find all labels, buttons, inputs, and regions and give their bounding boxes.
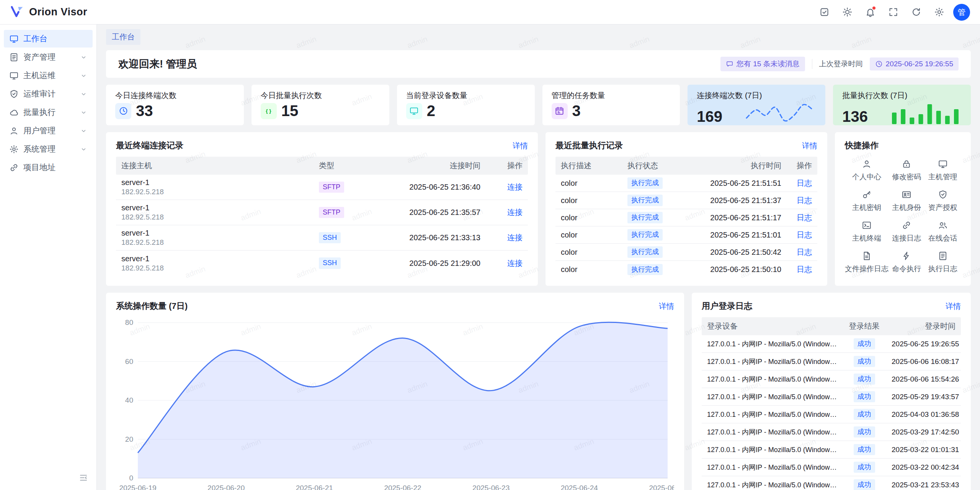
sidebar-item-workbench[interactable]: 工作台 [4,30,93,48]
message-icon [726,60,733,68]
unread-messages-text: 您有 15 条未读消息 [737,59,800,69]
refresh-icon[interactable] [907,3,925,21]
sidebar-item-ops-audit[interactable]: 运维审计 [4,85,93,103]
stat-value: 169 [697,108,722,125]
stat-card-0: 今日连接终端次数33 [106,85,244,125]
result-tag: 成功 [854,462,875,473]
host-ip: 182.92.5.218 [121,213,308,222]
quick-op-label: 执行日志 [928,264,957,274]
status-tag: 执行完成 [627,195,663,206]
fullscreen-icon[interactable] [884,3,902,21]
stats-row: 今日连接终端次数33今日批量执行次数{ }15当前登录设备数量2管理的任务数量3… [106,85,971,125]
stat-card-1: 今日批量执行次数{ }15 [252,85,389,125]
login-time: 2025-03-21 23:53:43 [886,481,961,489]
log-link[interactable]: 日志 [797,265,812,274]
quick-op-asset-authorization[interactable]: 资产授权 [925,190,961,213]
exec-records-detail-link[interactable]: 详情 [802,141,817,151]
idcard-icon [902,190,911,200]
sidebar-item-user-management[interactable]: 用户管理 [4,122,93,139]
host-name: server-1 [121,254,308,264]
svg-text:{ }: { } [266,108,272,114]
exec-desc: color [555,231,622,239]
spark-line-chart [743,101,816,125]
connect-link[interactable]: 连接 [507,233,523,242]
notification-bell-icon[interactable] [861,3,879,21]
welcome-title: 欢迎回来! 管理员 [118,57,197,71]
login-logs-card: 用户登录日志 详情 登录设备登录结果登录时间127.0.0.1 - 内网IP -… [692,293,971,490]
table-row: 127.0.0.1 - 内网IP - Mozilla/5.0 (Windows … [702,423,961,441]
quick-op-command-exec[interactable]: 命令执行 [889,251,925,274]
link-icon [902,220,911,230]
system-ops-chart-title: 系统操作数量 (7日) [116,300,188,312]
log-link[interactable]: 日志 [797,196,812,205]
breadcrumb-item-workbench[interactable]: 工作台 [106,29,140,45]
collapse-sidebar-icon[interactable] [76,470,91,485]
log-link[interactable]: 日志 [797,179,812,187]
notification-dot [872,6,876,10]
exec-records-card: 最近批量执行记录 详情 执行描述执行状态执行时间操作color执行完成2025-… [546,132,827,286]
quick-op-personal-center[interactable]: 个人中心 [845,159,889,182]
stat-value: 15 [281,102,299,120]
log-link[interactable]: 日志 [797,231,812,239]
table-row: color执行完成2025-06-25 21:50:10日志 [555,261,817,278]
sidebar-item-label: 运维审计 [23,88,75,99]
svg-text:2025-06-25: 2025-06-25 [649,484,674,490]
log-link[interactable]: 日志 [797,213,812,222]
host-name: server-1 [121,178,308,187]
result-tag: 成功 [854,356,875,367]
brand[interactable]: Orion Visor [10,4,87,20]
quick-op-exec-logs[interactable]: 执行日志 [925,251,961,274]
table-row: color执行完成2025-06-25 21:51:51日志 [555,175,817,192]
sidebar-item-batch-exec[interactable]: 批量执行 [4,103,93,121]
clock-icon [115,103,131,119]
batch-icon [9,108,19,117]
settings-gear-icon[interactable] [930,3,948,21]
sidebar-item-label: 用户管理 [23,125,75,136]
log-link[interactable]: 日志 [797,248,812,256]
sidebar-item-label: 系统管理 [23,144,75,154]
chevron-down-icon [80,54,87,61]
sidebar-item-project-url[interactable]: 项目地址 [4,159,93,176]
quick-op-file-operation-logs[interactable]: 文件操作日志 [845,251,889,274]
quick-op-online-sessions[interactable]: 在线会话 [925,220,961,243]
login-device: 127.0.0.1 - 内网IP - Mozilla/5.0 (Windows … [702,480,842,490]
login-logs-detail-link[interactable]: 详情 [946,301,961,311]
sidebar-item-host-ops[interactable]: 主机运维 [4,67,93,84]
login-time: 2025-03-29 17:42:50 [886,428,961,436]
unread-messages-pill[interactable]: 您有 15 条未读消息 [720,57,805,71]
check-square-icon[interactable] [815,3,833,21]
stat-label: 今日连接终端次数 [115,90,235,101]
user-avatar[interactable]: 管 [953,4,970,21]
stat-label: 批量执行次数 (7日) [842,90,962,101]
quick-op-label: 主机管理 [928,172,957,182]
quick-op-host-terminal[interactable]: 主机终端 [845,220,889,243]
type-tag: SFTP [319,207,344,218]
quick-op-connect-logs[interactable]: 连接日志 [889,220,925,243]
quick-op-label: 主机密钥 [852,203,881,213]
welcome-card: 欢迎回来! 管理员 您有 15 条未读消息 上次登录时间 2025-06-25 … [106,50,971,78]
welcome-right: 您有 15 条未读消息 上次登录时间 2025-06-25 19:26:55 [720,57,959,71]
connect-link[interactable]: 连接 [507,259,523,267]
connect-link[interactable]: 连接 [507,208,523,216]
system-ops-detail-link[interactable]: 详情 [659,301,674,311]
quick-op-host-keys[interactable]: 主机密钥 [845,190,889,213]
sidebar-item-system-management[interactable]: 系统管理 [4,140,93,158]
stat-card-5: 批量执行次数 (7日)136 [833,85,971,125]
quick-op-host-management[interactable]: 主机管理 [925,159,961,182]
status-tag: 执行完成 [627,177,663,188]
quick-op-change-password[interactable]: 修改密码 [889,159,925,182]
sidebar-item-label: 工作台 [23,33,87,44]
theme-sun-icon[interactable] [838,3,856,21]
quick-op-host-identity[interactable]: 主机身份 [889,190,925,213]
svg-text:2025-06-19: 2025-06-19 [119,484,156,490]
sidebar-item-asset-management[interactable]: 资产管理 [4,48,93,66]
file-icon [862,251,872,261]
chevron-down-icon [80,109,87,116]
connect-link[interactable]: 连接 [507,183,523,191]
quick-ops-title: 快捷操作 [845,140,879,151]
exec-desc: color [555,248,622,257]
sidebar-item-label: 资产管理 [23,52,75,62]
result-tag: 成功 [854,426,875,438]
terminal-records-detail-link[interactable]: 详情 [513,141,528,151]
login-device: 127.0.0.1 - 内网IP - Mozilla/5.0 (Windows … [702,410,842,419]
